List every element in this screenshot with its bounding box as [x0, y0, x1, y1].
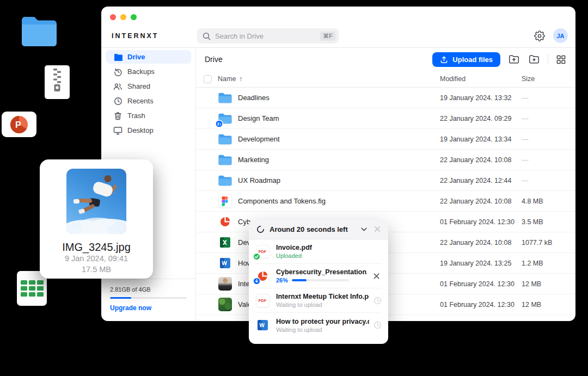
uploaded-check-icon — [253, 252, 261, 261]
upload-item-status: 26% — [276, 277, 288, 283]
trash-icon — [114, 112, 122, 120]
table-header: Name ↑ Modified Size — [196, 71, 575, 88]
cancel-upload-icon — [372, 272, 381, 280]
file-row[interactable]: UX Roadmap 22 January 2024. 12:44 — — [196, 170, 575, 191]
header-actions: JA — [533, 28, 568, 43]
upload-item: PDF Internxt Meetup Ticket Info.pdf Wait… — [255, 288, 382, 313]
image-date: 9 Jan 2024, 09:41 — [40, 254, 153, 263]
internxt-logo: INTERNXT — [112, 32, 159, 40]
upload-progress-popup: Around 20 seconds left PDF Invoice.pdf U… — [249, 219, 388, 344]
desktop-powerpoint-file[interactable]: P — [2, 112, 36, 137]
close-window-button[interactable] — [110, 14, 116, 20]
sidebar-item-trash[interactable]: Trash — [106, 109, 191, 122]
upload-item-status: Waiting to upload — [276, 326, 322, 333]
figma-icon — [218, 194, 232, 208]
powerpoint-icon: P — [9, 115, 29, 134]
folder-icon — [114, 53, 122, 61]
file-row[interactable]: Components and Tokens.fig 22 January 202… — [196, 191, 575, 212]
sidebar-item-drive[interactable]: Drive — [106, 50, 191, 64]
upload-folder-button[interactable] — [507, 54, 520, 64]
traffic-lights — [110, 14, 137, 20]
collapse-popup-button[interactable] — [360, 225, 368, 233]
toolbar-divider — [548, 54, 548, 64]
clock-icon — [114, 97, 122, 106]
upload-files-button[interactable]: Upload files — [432, 52, 500, 67]
image-thumbnail — [66, 169, 126, 234]
desktop-folder-icon[interactable] — [20, 14, 58, 49]
sidebar-nav: Drive Backups Shared Recents Trash Deskt… — [101, 48, 195, 137]
search-icon — [203, 32, 211, 40]
image-preview-card[interactable]: IMG_3245.jpg 9 Jan 2024, 09:41 17.5 MB — [40, 159, 153, 279]
file-row[interactable]: Deadlines 19 January 2024. 13:32 — — [196, 88, 575, 108]
minimize-window-button[interactable] — [120, 14, 126, 20]
shared-people-icon — [113, 82, 122, 91]
page-title: Drive — [205, 55, 223, 64]
folder-upload-icon — [509, 54, 519, 64]
zip-icon — [52, 69, 62, 96]
select-all-checkbox[interactable] — [204, 75, 212, 83]
sidebar-item-backups[interactable]: Backups — [106, 65, 191, 78]
upload-icon — [440, 56, 448, 64]
file-row[interactable]: Design Team 22 January 2024. 09:29 — — [196, 108, 575, 129]
avatar[interactable]: JA — [553, 28, 568, 43]
storage-progress-fill — [110, 297, 131, 299]
upload-item-name: Invoice.pdf — [276, 244, 377, 251]
grid-view-icon — [556, 55, 566, 64]
folder-plus-icon — [529, 54, 540, 64]
sort-arrow-icon: ↑ — [239, 75, 242, 83]
word-icon — [219, 257, 231, 269]
column-header-modified[interactable]: Modified — [440, 75, 465, 83]
close-popup-button[interactable] — [373, 225, 382, 233]
sidebar-item-desktop[interactable]: Desktop — [106, 124, 191, 137]
desktop-zip-file[interactable] — [45, 65, 70, 99]
zoom-window-button[interactable] — [131, 14, 137, 20]
desktop-background: P IMG_3245.jpg 9 Jan 2024, 09:41 17.5 MB — [0, 0, 588, 376]
upload-item-status: Uploaded — [276, 252, 302, 259]
grid-view-button[interactable] — [555, 55, 567, 64]
sidebar-item-recents[interactable]: Recents — [106, 94, 191, 108]
file-row[interactable]: Development 19 January 2024. 13:34 — — [196, 129, 575, 150]
toolbar: Drive Upload files — [196, 48, 575, 71]
image-filename: IMG_3245.jpg — [40, 241, 153, 254]
column-header-size[interactable]: Size — [522, 75, 535, 83]
storage-section: 2.81GB of 4GB Upgrade now — [101, 279, 195, 320]
upload-popup-header: Around 20 seconds left — [249, 219, 388, 239]
backup-clock-icon — [114, 67, 122, 76]
downloading-arrow-icon — [253, 277, 261, 285]
folder-icon — [218, 154, 232, 166]
monitor-icon — [113, 126, 122, 135]
spreadsheet-icon — [21, 280, 44, 297]
pdf-icon: PDF — [256, 294, 270, 307]
upload-item: Cybersecurity_Presentation.ppt 26% — [255, 264, 382, 288]
upgrade-link[interactable]: Upgrade now — [110, 304, 187, 312]
spinner-icon — [256, 225, 265, 233]
chevron-down-icon — [360, 225, 368, 233]
search-input[interactable]: Search in Drive ⌘F — [197, 28, 339, 44]
settings-button[interactable] — [533, 30, 546, 41]
search-placeholder: Search in Drive — [215, 32, 320, 40]
upload-item: PDF Invoice.pdf Uploaded — [255, 239, 382, 264]
upload-files-label: Upload files — [452, 56, 493, 64]
word-icon — [257, 319, 268, 331]
folder-icon — [20, 14, 58, 49]
file-row[interactable]: Marketing 22 January 2024. 10:08 — — [196, 150, 575, 170]
sidebar-item-shared[interactable]: Shared — [106, 79, 191, 93]
ppt-pie-icon — [219, 216, 231, 227]
photo-thumbnail — [218, 298, 232, 311]
svg-text:P: P — [15, 120, 21, 130]
upload-progress-fill — [292, 279, 307, 281]
cancel-upload-button[interactable] — [371, 272, 382, 280]
photo-thumbnail — [218, 277, 232, 291]
upload-item-name: How to protect your privacy.doc — [276, 318, 369, 325]
waiting-clock-icon — [373, 297, 382, 305]
storage-usage-label: 2.81GB of 4GB — [110, 286, 187, 293]
folder-icon — [218, 133, 232, 145]
upload-item-name: Cybersecurity_Presentation.ppt — [276, 268, 367, 276]
toolbar-actions: Upload files — [432, 52, 567, 67]
upload-items: PDF Invoice.pdf Uploaded Cybersecurity_P… — [249, 239, 388, 337]
column-header-name[interactable]: Name ↑ — [218, 75, 243, 83]
folder-icon — [218, 92, 232, 104]
window-header: INTERNXT Search in Drive ⌘F JA — [101, 7, 575, 48]
new-folder-button[interactable] — [528, 54, 541, 64]
upload-progress-track — [292, 279, 349, 281]
